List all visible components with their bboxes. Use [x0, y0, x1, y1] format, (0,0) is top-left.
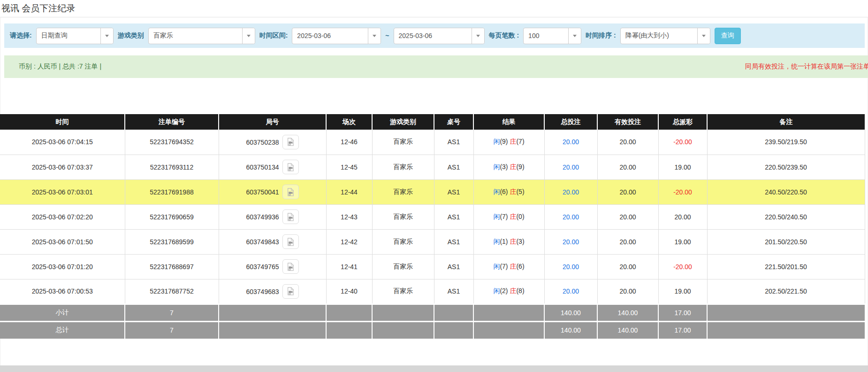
summary-row: 总计 7 140.00 140.00 17.00 — [0, 321, 865, 339]
cell-time: 2025-03-06 07:03:01 — [0, 179, 125, 204]
video-file-icon — [286, 287, 295, 296]
total-bet-link[interactable]: 20.00 — [563, 287, 579, 295]
total-bet-link[interactable]: 20.00 — [563, 138, 579, 146]
cell-valid-bet: 20.00 — [597, 204, 658, 229]
cell-payout: 19.00 — [658, 229, 707, 254]
cell-table-no: AS1 — [434, 155, 473, 179]
cell-round: 603749765 — [219, 254, 326, 279]
cell-total-bet: 20.00 — [544, 204, 597, 229]
player-score: (9) — [500, 138, 508, 145]
cell-payout: -20.00 — [658, 130, 707, 155]
column-header-1: 注单编号 — [125, 114, 219, 130]
total-bet-link[interactable]: 20.00 — [563, 263, 579, 271]
summary-valid-bet: 140.00 — [597, 321, 658, 339]
time-sort-select[interactable]: 降幂(由大到小) — [620, 28, 710, 44]
chevron-down-icon[interactable] — [242, 28, 255, 44]
summary-valid-bet: 140.00 — [597, 304, 658, 321]
video-file-icon — [286, 237, 295, 247]
cell-bet-id: 522317689599 — [125, 229, 219, 254]
video-file-icon — [286, 137, 295, 147]
chevron-down-icon[interactable] — [472, 28, 484, 44]
chevron-down-icon[interactable] — [697, 28, 710, 44]
cell-payout: -20.00 — [658, 254, 707, 279]
player-score: (7) — [500, 213, 508, 220]
cell-session: 12-43 — [326, 204, 372, 229]
banker-result: 庄 — [510, 213, 516, 220]
cell-bet-id: 522317693112 — [125, 155, 219, 179]
cell-total-bet: 20.00 — [544, 229, 597, 254]
video-replay-button[interactable] — [282, 135, 299, 149]
cell-note: 240.50/220.50 — [707, 179, 865, 204]
cell-session: 12-45 — [326, 155, 372, 179]
chevron-down-icon[interactable] — [568, 28, 581, 44]
cell-bet-id: 522317691988 — [125, 179, 219, 204]
per-page-select[interactable]: 100 — [523, 28, 581, 44]
cell-total-bet: 20.00 — [544, 279, 597, 304]
column-header-9: 总派彩 — [658, 114, 707, 130]
banker-score: (6) — [516, 263, 524, 270]
search-button[interactable]: 查询 — [715, 28, 741, 44]
date-to-select[interactable]: 2025-03-06 — [394, 28, 485, 44]
total-bet-link[interactable]: 20.00 — [563, 163, 579, 171]
total-bet-link[interactable]: 20.00 — [563, 238, 579, 246]
total-bet-link[interactable]: 20.00 — [563, 213, 579, 221]
video-replay-button[interactable] — [282, 160, 299, 174]
video-replay-button[interactable] — [282, 185, 299, 199]
player-score: (6) — [500, 188, 508, 195]
cell-total-bet: 20.00 — [544, 254, 597, 279]
per-page-label: 每页笔数 : — [489, 31, 519, 40]
banker-result: 庄 — [510, 263, 516, 270]
round-id: 603750134 — [246, 163, 279, 171]
bottom-bar — [0, 365, 868, 372]
video-replay-button[interactable] — [282, 259, 299, 274]
cell-total-bet: 20.00 — [544, 179, 597, 204]
column-header-0: 时间 — [0, 114, 125, 130]
summary-payout: 17.00 — [658, 321, 707, 339]
video-replay-button[interactable] — [282, 234, 299, 249]
chevron-down-icon[interactable] — [368, 28, 381, 44]
game-category-value: 百家乐 — [149, 28, 242, 44]
cell-time: 2025-03-06 07:04:15 — [0, 130, 125, 155]
cell-valid-bet: 20.00 — [597, 229, 658, 254]
cell-result: 闲(7) 庄(6) — [473, 254, 544, 279]
video-replay-button[interactable] — [282, 284, 299, 299]
cell-valid-bet: 20.00 — [597, 179, 658, 204]
cell-game: 百家乐 — [372, 254, 434, 279]
page-title: 视讯 会员下注纪录 — [1, 2, 75, 15]
player-score: (7) — [500, 263, 508, 270]
cell-result: 闲(9) 庄(7) — [473, 130, 544, 155]
cell-time: 2025-03-06 07:01:20 — [0, 254, 125, 279]
cell-bet-id: 522317694352 — [125, 130, 219, 155]
player-score: (3) — [500, 163, 508, 170]
table-row: 2025-03-06 07:04:15 522317694352 6037502… — [0, 130, 865, 155]
query-type-select[interactable]: 日期查询 — [36, 28, 114, 44]
summary-total-bet: 140.00 — [544, 321, 597, 339]
cell-session: 12-44 — [326, 179, 372, 204]
table-row: 2025-03-06 07:00:53 522317687752 6037496… — [0, 279, 865, 304]
per-page-value: 100 — [524, 28, 568, 44]
banker-result: 庄 — [510, 188, 516, 195]
column-header-6: 结果 — [473, 114, 544, 130]
cell-game: 百家乐 — [372, 179, 434, 204]
cell-total-bet: 20.00 — [544, 155, 597, 179]
date-from-select[interactable]: 2025-03-06 — [292, 28, 381, 44]
summary-payout: 17.00 — [658, 304, 707, 321]
summary-total-bet: 140.00 — [544, 304, 597, 321]
table-row: 2025-03-06 07:01:50 522317689599 6037498… — [0, 229, 865, 254]
total-bet-link[interactable]: 20.00 — [563, 188, 579, 196]
cell-time: 2025-03-06 07:01:50 — [0, 229, 125, 254]
cell-round: 603749843 — [219, 229, 326, 254]
chevron-down-icon[interactable] — [100, 28, 113, 44]
cell-note: 220.50/240.50 — [707, 204, 865, 229]
cell-result: 闲(2) 庄(8) — [473, 279, 544, 304]
game-category-select[interactable]: 百家乐 — [148, 28, 255, 44]
banker-score: (3) — [516, 238, 524, 245]
cell-game: 百家乐 — [372, 204, 434, 229]
video-file-icon — [286, 187, 295, 197]
video-file-icon — [286, 212, 295, 222]
video-replay-button[interactable] — [282, 209, 299, 224]
cell-result: 闲(1) 庄(3) — [473, 229, 544, 254]
round-id: 603749843 — [246, 238, 279, 246]
column-header-8: 有效投注 — [597, 114, 658, 130]
banker-result: 庄 — [510, 163, 516, 170]
